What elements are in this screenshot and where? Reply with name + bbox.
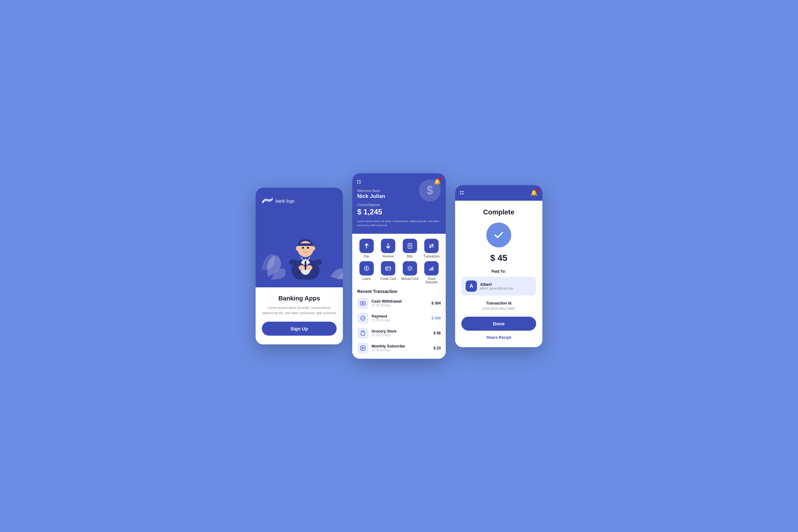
screen1-title: Banking Apps — [262, 295, 337, 302]
tx-amount: $ 304 — [432, 301, 441, 305]
menu-dots-icon[interactable] — [357, 180, 362, 184]
svg-rect-18 — [386, 269, 388, 269]
bills-icon — [403, 239, 417, 253]
screen-dashboard: 🔔 $ Welcome Back Nick Julian Current Bal… — [352, 173, 446, 358]
tx-grocery-info: Grocery Store 12.30 23 Aug — [372, 329, 431, 337]
action-receive[interactable]: Receive — [379, 239, 398, 258]
dashboard-body: Pay Receive — [352, 234, 446, 359]
done-button[interactable]: Done — [461, 317, 536, 331]
transaction-icon — [424, 239, 439, 253]
svg-point-9 — [306, 265, 312, 270]
balance-label: Current Balance — [357, 203, 441, 207]
notification-badge-3 — [536, 189, 538, 191]
credit-card-label: Credit Card — [380, 277, 396, 281]
tx-name: Payment — [372, 314, 428, 319]
bills-label: Bills — [407, 254, 413, 258]
svg-text:$: $ — [366, 267, 367, 270]
balance-amount: $ 1,245 — [357, 208, 441, 216]
svg-point-4 — [302, 247, 304, 249]
tx-id-label: Transaction Id — [461, 301, 536, 305]
svg-rect-16 — [385, 267, 391, 270]
credit-card-icon — [381, 261, 395, 276]
action-loans[interactable]: $ Loans — [357, 261, 376, 284]
header-lorem-text: Lorem ipsum dolor sit amet, consectetuer… — [357, 220, 441, 227]
tx-id-value: 1234 5678 9012 4567 — [461, 307, 536, 310]
receive-icon — [381, 239, 395, 253]
grocery-icon — [357, 327, 368, 339]
screens-container: bank logo — [255, 173, 543, 358]
recipient-name: Albert — [480, 282, 513, 287]
svg-rect-23 — [432, 267, 433, 270]
screen-complete: 🔔 Complete $ 45 Paid To: A Albert albert… — [455, 185, 543, 347]
action-credit-card[interactable]: Credit Card — [379, 261, 398, 284]
table-row[interactable]: Cash Withdrawal 10.30 23 Aug $ 304 — [357, 298, 441, 309]
tx-name: Grocery Store — [372, 329, 431, 334]
svg-point-7 — [312, 246, 315, 251]
action-mutual-fund[interactable]: Mutual Fund — [401, 261, 419, 284]
subscribe-icon — [357, 343, 368, 354]
dollar-bg-decoration: $ — [419, 179, 441, 201]
svg-point-25 — [362, 303, 364, 304]
action-bills[interactable]: Bills — [401, 239, 419, 258]
recipient-info: Albert albert_turner@mail.com — [480, 282, 513, 290]
fixed-deposits-label: Fixed Deposits — [422, 277, 441, 284]
tx-date: 11.30 23 Aug — [372, 319, 428, 322]
svg-point-26 — [361, 316, 365, 320]
bank-logo-icon — [262, 197, 273, 205]
loans-label: Loans — [362, 277, 370, 281]
svg-rect-3 — [298, 243, 313, 246]
svg-point-6 — [296, 246, 299, 251]
notification-bell-icon-3[interactable]: 🔔 — [531, 189, 537, 196]
complete-body: Complete $ 45 Paid To: A Albert albert_t… — [455, 201, 543, 347]
mutual-fund-label: Mutual Fund — [401, 277, 419, 281]
tx-date: 12.30 23 Aug — [372, 334, 431, 337]
loans-icon: $ — [359, 261, 374, 276]
recent-title: Recent Transaction — [357, 289, 441, 294]
tx-name: Cash Withdrawal — [372, 299, 428, 304]
complete-title: Complete — [461, 208, 536, 216]
action-pay[interactable]: Pay — [357, 239, 376, 258]
tx-amount: $ 500 — [432, 316, 441, 320]
dashboard-header: 🔔 $ Welcome Back Nick Julian Current Bal… — [352, 173, 446, 233]
screen1-bottom: Banking Apps Lorem ipsum dolor sit amet,… — [255, 287, 343, 344]
recipient-card: A Albert albert_turner@mail.com — [461, 277, 536, 296]
action-transaction[interactable]: Transaction — [422, 239, 441, 258]
transaction-list: Cash Withdrawal 10.30 23 Aug $ 304 Paym — [357, 298, 441, 354]
action-fixed-deposits[interactable]: Fixed Deposits — [422, 261, 441, 284]
bank-logo-area: bank logo — [262, 197, 294, 205]
svg-point-8 — [299, 265, 305, 270]
tx-cash-withdrawal-info: Cash Withdrawal 10.30 23 Aug — [372, 299, 428, 307]
recipient-email: albert_turner@mail.com — [480, 287, 513, 290]
menu-dots-icon-3[interactable] — [460, 191, 464, 194]
mutual-fund-icon — [403, 261, 417, 276]
signup-button[interactable]: Sign Up — [262, 322, 337, 336]
table-row[interactable]: Grocery Store 12.30 23 Aug $ 56 — [357, 327, 441, 339]
table-row[interactable]: Monthly Subscribe 14.30 23 Aug $ 23 — [357, 343, 441, 354]
payment-icon — [357, 312, 368, 324]
complete-header: 🔔 — [455, 185, 543, 201]
pay-icon — [359, 239, 374, 253]
svg-point-5 — [307, 247, 309, 249]
screen-onboarding: bank logo — [255, 188, 343, 344]
table-row[interactable]: Payment 11.30 23 Aug $ 500 — [357, 312, 441, 324]
bank-logo-text: bank logo — [276, 198, 294, 204]
quick-actions-grid: Pay Receive — [357, 239, 441, 284]
notification-badge — [439, 177, 442, 180]
svg-rect-28 — [361, 346, 365, 350]
tx-amount: $ 23 — [434, 346, 441, 350]
svg-rect-21 — [429, 269, 430, 270]
tx-date: 10.30 23 Aug — [372, 304, 428, 307]
fixed-deposits-icon — [424, 261, 439, 276]
screen1-hero: bank logo — [255, 188, 343, 287]
recipient-avatar: A — [466, 281, 477, 292]
tx-name: Monthly Subscribe — [372, 344, 431, 348]
check-circle — [486, 223, 511, 247]
cash-withdrawal-icon — [357, 298, 368, 309]
tx-payment-info: Payment 11.30 23 Aug — [372, 314, 428, 322]
banker-illustration — [262, 211, 337, 280]
share-recipt-link[interactable]: Share Recipt — [461, 335, 536, 340]
transaction-label: Transaction — [423, 254, 439, 258]
transaction-id-section: Transaction Id 1234 5678 9012 4567 — [461, 301, 536, 310]
tx-amount: $ 56 — [434, 331, 441, 335]
receive-label: Receive — [382, 254, 394, 258]
